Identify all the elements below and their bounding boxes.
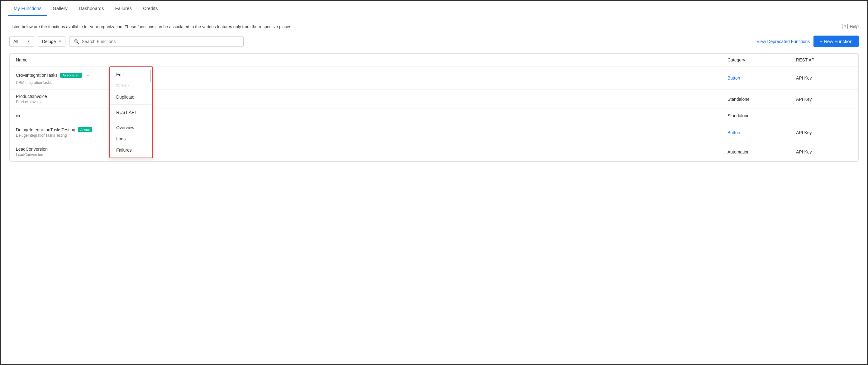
context-menu: Edit Delete Duplicate REST API Overview …	[110, 66, 153, 158]
language-filter[interactable]: Deluge ▼	[38, 36, 65, 47]
table-row: CRMIntegrationTasks Associated ··· CRMIn…	[10, 66, 858, 89]
category-value: Standalone	[727, 113, 796, 118]
chevron-down-icon: ▼	[58, 39, 61, 43]
rest-api-value: API Key	[796, 76, 852, 81]
header-rest-api: REST API	[796, 57, 852, 62]
main-content: Listed below are the functions available…	[1, 16, 867, 364]
top-nav: My Functions Gallery Dashboards Failures…	[1, 1, 867, 16]
language-filter-value: Deluge	[42, 39, 56, 44]
context-menu-overview[interactable]: Overview	[110, 122, 152, 133]
context-menu-logs[interactable]: Logs	[110, 133, 152, 144]
context-menu-edit[interactable]: Edit	[110, 69, 152, 80]
filters-row: All ▼ Deluge ▼ 🔍 View Deprecated Functio…	[9, 35, 859, 47]
assoc-badge: Assoc	[78, 127, 92, 132]
category-filter[interactable]: All ▼	[9, 36, 34, 47]
view-deprecated-link[interactable]: View Deprecated Functions	[756, 39, 810, 44]
tab-credits[interactable]: Credits	[137, 1, 163, 16]
context-menu-divider	[110, 105, 152, 105]
new-function-button[interactable]: + New Function	[813, 35, 859, 47]
function-name: DelugeIntegrationTasksTesting	[16, 127, 75, 132]
description-bar: Listed below are the functions available…	[9, 24, 859, 29]
more-options-button[interactable]: ···	[85, 71, 93, 80]
description-text: Listed below are the functions available…	[9, 24, 291, 29]
functions-table: Name Category REST API CRMIntegrationTas…	[9, 53, 859, 162]
rest-api-value: API Key	[796, 130, 852, 135]
header-name: Name	[16, 57, 727, 62]
chevron-down-icon: ▼	[27, 39, 30, 43]
category-value: Automation	[727, 149, 796, 155]
tab-my-functions[interactable]: My Functions	[8, 1, 47, 16]
context-menu-duplicate[interactable]: Duplicate	[110, 91, 152, 103]
header-category: Category	[727, 57, 796, 62]
function-name: CRMIntegrationTasks	[16, 73, 58, 78]
rest-api-value: API Key	[796, 149, 852, 155]
search-box: 🔍	[69, 36, 244, 47]
tab-failures[interactable]: Failures	[110, 1, 137, 16]
table-header: Name Category REST API	[10, 54, 858, 66]
context-menu-rest-api[interactable]: REST API	[110, 107, 152, 118]
help-label: Help	[849, 24, 859, 29]
category-value: Standalone	[727, 97, 796, 102]
search-icon: 🔍	[74, 39, 79, 44]
function-name: LeadConversion	[16, 147, 48, 151]
function-name: cx	[16, 113, 20, 118]
category-value[interactable]: Button	[727, 130, 796, 135]
context-menu-failures[interactable]: Failures	[110, 144, 152, 156]
associated-badge: Associated	[60, 73, 82, 78]
help-link[interactable]: ? Help	[842, 24, 859, 29]
tab-gallery[interactable]: Gallery	[47, 1, 73, 16]
context-menu-divider-2	[110, 120, 152, 120]
context-menu-delete: Delete	[110, 80, 152, 91]
context-menu-wrapper: Edit Delete Duplicate REST API Overview …	[110, 66, 153, 158]
rest-api-value: API Key	[796, 97, 852, 102]
search-input[interactable]	[82, 39, 239, 44]
help-icon: ?	[842, 24, 848, 29]
tab-dashboards[interactable]: Dashboards	[73, 1, 110, 16]
category-value[interactable]: Button	[727, 76, 796, 81]
function-name: ProductsInvoice	[16, 94, 47, 99]
category-filter-value: All	[13, 39, 19, 44]
app-container: My Functions Gallery Dashboards Failures…	[0, 0, 868, 365]
